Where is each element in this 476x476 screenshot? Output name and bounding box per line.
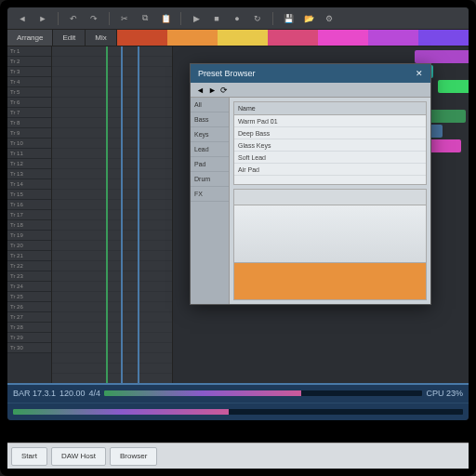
dialog-titlebar[interactable]: Preset Browser ✕	[191, 64, 430, 83]
track-header[interactable]: Tr 16	[7, 200, 51, 210]
preview-footer	[233, 263, 427, 300]
loop-button[interactable]: ↻	[250, 11, 265, 26]
forward-icon[interactable]: ►	[208, 86, 217, 95]
back-icon[interactable]: ◄	[196, 86, 205, 95]
open-button[interactable]: 📂	[301, 11, 316, 26]
level-meter	[104, 390, 422, 396]
taskbar-item[interactable]: Start	[11, 447, 47, 466]
screen: ◄►↶↷✂⧉📋▶■●↻💾📂⚙ ArrangeEditMix Tr 1Tr 2Tr…	[7, 7, 469, 420]
track-header[interactable]: Tr 6	[7, 98, 51, 108]
track-header[interactable]: Tr 11	[7, 149, 51, 159]
refresh-icon[interactable]: ⟳	[220, 86, 228, 95]
track-header[interactable]: Tr 1	[7, 46, 51, 57]
track-lanes[interactable]	[52, 46, 172, 383]
timesig-readout[interactable]: 4/4	[89, 389, 101, 398]
save-button[interactable]: 💾	[281, 11, 296, 26]
category-fx[interactable]: FX	[191, 187, 229, 202]
tab-arrange[interactable]: Arrange	[7, 30, 53, 46]
track-header[interactable]: Tr 26	[7, 302, 51, 312]
track-header[interactable]: Tr 7	[7, 108, 51, 118]
undo-button[interactable]: ↶	[66, 11, 81, 26]
audio-clip[interactable]	[415, 50, 469, 63]
track-header[interactable]: Tr 21	[7, 251, 51, 261]
track-header[interactable]: Tr 17	[7, 210, 51, 220]
tempo-readout[interactable]: 120.00	[60, 389, 86, 398]
track-header[interactable]: Tr 18	[7, 220, 51, 231]
playhead-marker[interactable]	[106, 46, 108, 383]
color-swatch	[318, 30, 368, 46]
close-icon[interactable]: ✕	[416, 69, 423, 78]
forward-button[interactable]: ►	[35, 11, 50, 26]
track-header[interactable]: Tr 19	[7, 231, 51, 241]
preset-item[interactable]: Warm Pad 01	[234, 115, 426, 127]
dialog-content: Name Warm Pad 01Deep BassGlass KeysSoft …	[230, 98, 430, 304]
audio-clip[interactable]	[438, 80, 469, 93]
preset-browser-dialog[interactable]: Preset Browser ✕ ◄ ► ⟳ AllBassKeysLeadPa…	[190, 63, 431, 305]
track-header[interactable]: Tr 23	[7, 271, 51, 282]
main-toolbar: ◄►↶↷✂⧉📋▶■●↻💾📂⚙	[7, 7, 469, 30]
main-area: Tr 1Tr 2Tr 3Tr 4Tr 5Tr 6Tr 7Tr 8Tr 9Tr 1…	[7, 46, 469, 383]
color-swatch	[218, 30, 268, 46]
output-meter	[13, 409, 463, 415]
track-labels: Tr 1Tr 2Tr 3Tr 4Tr 5Tr 6Tr 7Tr 8Tr 9Tr 1…	[7, 46, 52, 383]
cut-button[interactable]: ✂	[117, 11, 132, 26]
preset-item[interactable]: Deep Bass	[234, 127, 426, 139]
track-header[interactable]: Tr 25	[7, 292, 51, 302]
color-swatch	[268, 30, 318, 46]
preset-item[interactable]: Soft Lead	[234, 152, 426, 164]
track-header[interactable]: Tr 22	[7, 261, 51, 271]
track-header[interactable]: Tr 24	[7, 282, 51, 292]
monitor-bezel: ◄►↶↷✂⧉📋▶■●↻💾📂⚙ ArrangeEditMix Tr 1Tr 2Tr…	[0, 0, 476, 476]
track-header[interactable]: Tr 12	[7, 159, 51, 169]
category-bass[interactable]: Bass	[191, 112, 229, 127]
track-header[interactable]: Tr 13	[7, 169, 51, 179]
paste-button[interactable]: 📋	[158, 11, 173, 26]
track-header[interactable]: Tr 9	[7, 128, 51, 139]
playhead-marker[interactable]	[138, 46, 139, 383]
playhead-marker[interactable]	[121, 46, 123, 383]
category-all[interactable]: All	[191, 98, 229, 112]
preview-waveform[interactable]	[233, 205, 427, 263]
category-drum[interactable]: Drum	[191, 172, 229, 187]
track-header[interactable]: Tr 20	[7, 241, 51, 251]
track-header[interactable]: Tr 3	[7, 67, 51, 77]
category-keys[interactable]: Keys	[191, 127, 229, 142]
track-header[interactable]: Tr 30	[7, 343, 51, 353]
position-readout: BAR 17.3.1	[13, 389, 56, 398]
category-pad[interactable]: Pad	[191, 157, 229, 172]
track-panel: Tr 1Tr 2Tr 3Tr 4Tr 5Tr 6Tr 7Tr 8Tr 9Tr 1…	[7, 46, 173, 383]
preset-list[interactable]: Name Warm Pad 01Deep BassGlass KeysSoft …	[233, 101, 427, 185]
record-button[interactable]: ●	[230, 11, 245, 26]
tab-strip: ArrangeEditMix	[7, 30, 469, 46]
stop-button[interactable]: ■	[209, 11, 224, 26]
track-header[interactable]: Tr 4	[7, 77, 51, 87]
dialog-toolbar: ◄ ► ⟳	[191, 83, 430, 98]
track-header[interactable]: Tr 2	[7, 57, 51, 67]
preset-item[interactable]: Air Pad	[234, 164, 426, 176]
track-header[interactable]: Tr 8	[7, 118, 51, 128]
taskbar-item[interactable]: Browser	[110, 447, 157, 466]
back-button[interactable]: ◄	[15, 11, 30, 26]
settings-button[interactable]: ⚙	[322, 11, 337, 26]
track-header[interactable]: Tr 29	[7, 333, 51, 343]
arrangement-view[interactable]: Preset Browser ✕ ◄ ► ⟳ AllBassKeysLeadPa…	[173, 46, 469, 383]
preset-item[interactable]: Glass Keys	[234, 139, 426, 152]
track-header[interactable]: Tr 28	[7, 323, 51, 333]
color-swatch	[368, 30, 418, 46]
tab-mix[interactable]: Mix	[86, 30, 116, 46]
color-swatch	[167, 30, 218, 46]
track-header[interactable]: Tr 5	[7, 87, 51, 98]
cpu-readout: CPU 23%	[426, 389, 463, 398]
play-button[interactable]: ▶	[189, 11, 204, 26]
taskbar-item[interactable]: DAW Host	[51, 447, 106, 466]
os-taskbar[interactable]: StartDAW HostBrowser	[7, 443, 469, 469]
category-lead[interactable]: Lead	[191, 142, 229, 157]
track-header[interactable]: Tr 27	[7, 312, 51, 323]
dialog-sidebar: AllBassKeysLeadPadDrumFX	[191, 98, 230, 304]
track-header[interactable]: Tr 10	[7, 139, 51, 149]
redo-button[interactable]: ↷	[86, 11, 101, 26]
track-header[interactable]: Tr 15	[7, 190, 51, 200]
tab-edit[interactable]: Edit	[53, 30, 86, 46]
track-header[interactable]: Tr 14	[7, 179, 51, 190]
copy-button[interactable]: ⧉	[138, 11, 152, 26]
